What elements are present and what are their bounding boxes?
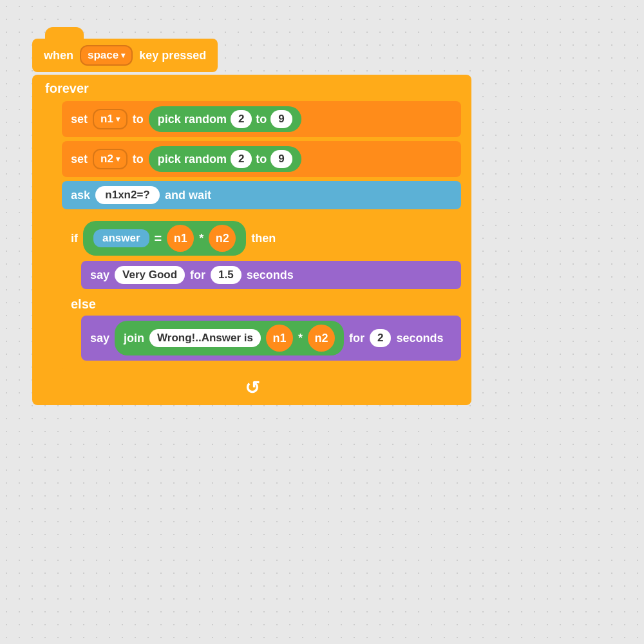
- key-value: space: [88, 49, 118, 62]
- random-from-1-input[interactable]: 2: [231, 110, 252, 128]
- say-good-seconds-val[interactable]: 1.5: [211, 266, 242, 284]
- set2-to-val-label: to: [256, 153, 267, 166]
- multiply-sign: *: [199, 232, 204, 245]
- then-label: then: [251, 232, 276, 245]
- set1-set-label: set: [71, 113, 88, 126]
- set1-to-val-label: to: [256, 113, 267, 126]
- say-wrong-block[interactable]: say join Wrong!..Answer is n1 * n2: [81, 316, 461, 361]
- forever-block: forever set n1 ▾ to pick random 2 to 9: [32, 75, 471, 405]
- n1-arrow-icon: ▾: [116, 115, 120, 124]
- dropdown-arrow-icon: ▾: [121, 51, 125, 60]
- say-wrong-seconds-val[interactable]: 2: [370, 329, 391, 347]
- say-wrong-say-label: say: [90, 332, 109, 345]
- ask-block[interactable]: ask n1xn2=? and wait: [62, 181, 461, 209]
- n2-wrong-label: n2: [314, 332, 328, 345]
- join-block[interactable]: join Wrong!..Answer is n1 * n2: [115, 321, 344, 355]
- n1-circle-label: n1: [174, 232, 187, 245]
- n2-circle[interactable]: n2: [209, 225, 236, 252]
- forever-bottom: ↺: [43, 371, 461, 405]
- forever-label: forever: [43, 81, 461, 96]
- if-label: if: [71, 232, 78, 245]
- set2-set-label: set: [71, 153, 88, 166]
- set2-to-label: to: [133, 153, 144, 166]
- random-to-1-input[interactable]: 9: [270, 110, 292, 128]
- answer-label: answer: [102, 232, 140, 244]
- multiply-wrong-sign: *: [298, 332, 303, 345]
- say-wrong-seconds-label: seconds: [396, 332, 443, 345]
- pick-random-1-label: pick random: [158, 113, 227, 126]
- set-n1-block[interactable]: set n1 ▾ to pick random 2 to 9: [62, 101, 461, 137]
- pick-random-1-block[interactable]: pick random 2 to 9: [149, 106, 301, 132]
- n1-var-label: n1: [100, 113, 113, 126]
- if-header: if answer = n1 * n2: [62, 218, 461, 261]
- condition-block: answer = n1 * n2: [83, 221, 246, 256]
- if-else-block: if answer = n1 * n2: [62, 213, 461, 371]
- n2-dropdown[interactable]: n2 ▾: [93, 149, 128, 169]
- n1-dropdown[interactable]: n1 ▾: [93, 109, 128, 129]
- key-pressed-label: key pressed: [139, 49, 206, 62]
- say-good-block[interactable]: say Very Good for 1.5 seconds: [81, 261, 461, 289]
- pick-random-2-block[interactable]: pick random 2 to 9: [149, 146, 301, 172]
- when-label: when: [44, 49, 73, 62]
- n2-wrong-circle[interactable]: n2: [308, 325, 335, 352]
- scratch-program: when space ▾ key pressed forever set n1 …: [13, 19, 631, 625]
- random-to-2-input[interactable]: 9: [270, 150, 292, 168]
- n1-wrong-label: n1: [272, 332, 286, 345]
- pick-random-2-label: pick random: [158, 153, 227, 166]
- say-wrong-for-label: for: [349, 332, 365, 345]
- say-good-seconds-label: seconds: [247, 269, 294, 282]
- if-inner: say Very Good for 1.5 seconds: [62, 261, 461, 293]
- wrong-message-input[interactable]: Wrong!..Answer is: [149, 329, 261, 347]
- ask-question-input[interactable]: n1xn2=?: [95, 186, 160, 204]
- loop-arrow-icon: ↺: [245, 377, 260, 399]
- say-good-label: say: [90, 269, 109, 282]
- n2-arrow-icon: ▾: [116, 155, 120, 164]
- set1-to-label: to: [133, 113, 144, 126]
- answer-block[interactable]: answer: [93, 229, 149, 247]
- random-from-2-input[interactable]: 2: [231, 150, 252, 168]
- hat-block[interactable]: when space ▾ key pressed: [32, 39, 218, 72]
- say-good-for-label: for: [190, 269, 205, 282]
- n1-circle[interactable]: n1: [167, 225, 194, 252]
- n2-circle-label: n2: [216, 232, 229, 245]
- else-inner: say join Wrong!..Answer is n1 * n2: [62, 316, 461, 361]
- equals-sign: =: [155, 231, 162, 246]
- n1-wrong-circle[interactable]: n1: [266, 325, 293, 352]
- ask-and-wait-label: and wait: [165, 189, 211, 202]
- ask-label: ask: [71, 189, 90, 202]
- say-good-message[interactable]: Very Good: [115, 266, 185, 284]
- forever-inner: set n1 ▾ to pick random 2 to 9 set: [43, 101, 461, 371]
- join-label: join: [124, 332, 144, 345]
- set-n2-block[interactable]: set n2 ▾ to pick random 2 to 9: [62, 141, 461, 177]
- key-dropdown[interactable]: space ▾: [80, 45, 133, 66]
- n2-var-label: n2: [100, 153, 113, 166]
- else-label: else: [62, 293, 461, 316]
